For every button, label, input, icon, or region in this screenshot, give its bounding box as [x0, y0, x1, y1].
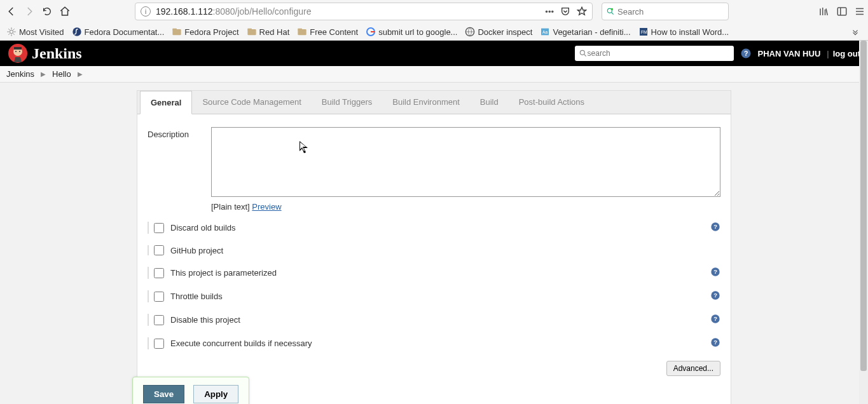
url-text: 192.168.1.112:8080/job/Hello/configure — [156, 6, 545, 17]
checkbox-execute-concurrent-builds-if-necessary[interactable] — [154, 339, 164, 349]
check-label: Throttle builds — [170, 292, 710, 301]
help-icon[interactable]: ? — [710, 290, 720, 302]
bookmark-docker[interactable]: Docker inspect — [462, 25, 535, 38]
user-link[interactable]: PHAN VAN HUU — [758, 49, 821, 58]
help-icon[interactable]: ? — [710, 314, 720, 326]
breadcrumbs: Jenkins ▶ Hello ▶ — [0, 66, 868, 83]
svg-point-20 — [15, 51, 17, 52]
checkbox-this-project-is-parameterized[interactable] — [154, 268, 164, 278]
tab-general[interactable]: General — [140, 91, 192, 114]
breadcrumb-hello[interactable]: Hello — [52, 69, 71, 79]
svg-point-21 — [19, 51, 20, 52]
scrollbar[interactable] — [859, 41, 868, 404]
jenkins-logo[interactable]: Jenkins — [8, 43, 82, 64]
jenkins-header: Jenkins ? PHAN VAN HUU | log out — [0, 41, 868, 66]
bookmark-google[interactable]: submit url to google... — [363, 25, 460, 38]
svg-point-3 — [10, 30, 13, 33]
search-icon — [579, 49, 588, 58]
config-panel: General Source Code Management Build Tri… — [137, 90, 731, 404]
advanced-button[interactable]: Advanced... — [666, 361, 720, 376]
svg-rect-2 — [837, 8, 846, 15]
check-label: Discard old builds — [170, 223, 710, 232]
svg-text:?: ? — [713, 269, 717, 275]
svg-text:Aa: Aa — [542, 30, 548, 34]
checkbox-disable-this-project[interactable] — [154, 315, 164, 325]
breadcrumb-jenkins[interactable]: Jenkins — [6, 69, 34, 79]
jenkins-search[interactable] — [575, 46, 734, 61]
bookmark-star-icon[interactable] — [577, 6, 587, 17]
svg-text:?: ? — [713, 339, 717, 346]
bookmark-most-visited[interactable]: Most Visited — [4, 25, 67, 38]
svg-text:?: ? — [713, 292, 717, 299]
bookmark-free-content[interactable]: Free Content — [294, 25, 361, 38]
svg-rect-8 — [247, 29, 252, 30]
svg-point-4 — [72, 27, 81, 36]
description-label: Description — [148, 127, 211, 197]
svg-rect-9 — [298, 29, 307, 35]
checkbox-throttle-builds[interactable] — [154, 292, 164, 302]
bookmark-fedora-proj[interactable]: Fedora Project — [169, 25, 241, 38]
library-icon[interactable] — [818, 6, 830, 17]
check-row-2: This project is parameterized? — [148, 267, 720, 279]
bookmark-wordpress[interactable]: FMHow to install Word... — [636, 25, 732, 38]
checkbox-github-project[interactable] — [154, 245, 164, 255]
chevron-right-icon: ▶ — [41, 71, 46, 77]
svg-rect-6 — [173, 29, 177, 30]
check-row-1: GitHub project — [148, 245, 720, 255]
bookmark-vegetarian[interactable]: AaVegetarian - definiti... — [537, 25, 633, 38]
help-icon[interactable]: ? — [710, 267, 720, 279]
tab-build[interactable]: Build — [470, 91, 509, 114]
bookmark-redhat[interactable]: Red Hat — [244, 25, 293, 38]
svg-rect-10 — [298, 29, 303, 30]
description-textarea[interactable] — [211, 127, 720, 197]
check-label: Disable this project — [170, 315, 710, 325]
preview-link[interactable]: Preview — [252, 202, 281, 212]
bookmark-fedora-doc[interactable]: Fedora Documentat... — [69, 25, 167, 38]
plain-text-label: [Plain text] — [211, 202, 250, 212]
help-icon[interactable]: ? — [710, 222, 720, 234]
chevron-right-icon: ▶ — [78, 71, 83, 77]
tab-scm[interactable]: Source Code Management — [192, 91, 311, 114]
apply-button[interactable]: Apply — [193, 385, 238, 403]
sidebar-icon[interactable] — [836, 6, 848, 17]
browser-chrome: i 192.168.1.112:8080/job/Hello/configure… — [0, 0, 868, 41]
svg-text:?: ? — [744, 50, 748, 57]
svg-rect-7 — [247, 29, 256, 35]
svg-rect-19 — [14, 47, 22, 50]
home-button[interactable] — [56, 3, 74, 20]
more-icon[interactable]: ••• — [545, 7, 554, 17]
save-button[interactable]: Save — [143, 385, 184, 403]
help-icon[interactable]: ? — [710, 337, 720, 349]
check-row-5: Execute concurrent builds if necessary? — [148, 337, 720, 349]
tab-post-build[interactable]: Post-build Actions — [509, 91, 595, 114]
jenkins-logo-text: Jenkins — [32, 45, 82, 62]
reload-button[interactable] — [38, 3, 56, 20]
config-tabs: General Source Code Management Build Tri… — [137, 91, 731, 114]
tab-environment[interactable]: Build Environment — [382, 91, 470, 114]
address-bar[interactable]: i 192.168.1.112:8080/job/Hello/configure… — [135, 3, 593, 20]
check-row-3: Throttle builds? — [148, 290, 720, 302]
pocket-icon[interactable] — [560, 6, 570, 17]
search-engine-icon — [606, 7, 615, 16]
checkbox-discard-old-builds[interactable] — [154, 223, 164, 233]
logout-link[interactable]: log out — [833, 49, 860, 58]
tab-triggers[interactable]: Build Triggers — [312, 91, 382, 114]
back-button[interactable] — [3, 3, 20, 20]
svg-rect-5 — [173, 29, 181, 35]
help-icon[interactable]: ? — [740, 48, 752, 59]
forward-button[interactable] — [20, 3, 38, 20]
scrollbar-thumb[interactable] — [860, 41, 867, 371]
svg-text:?: ? — [713, 316, 717, 322]
check-row-0: Discard old builds? — [148, 222, 720, 234]
site-info-icon[interactable]: i — [141, 6, 151, 17]
check-row-4: Disable this project? — [148, 314, 720, 326]
check-label: This project is parameterized — [170, 268, 710, 278]
svg-text:FM: FM — [641, 30, 647, 34]
check-label: Execute concurrent builds if necessary — [170, 339, 710, 348]
browser-search-input[interactable] — [617, 7, 724, 17]
jenkins-search-input[interactable] — [588, 49, 730, 58]
bookmarks-overflow-icon[interactable] — [846, 23, 864, 41]
svg-point-1 — [611, 8, 614, 11]
menu-icon[interactable] — [854, 6, 865, 17]
browser-search[interactable] — [602, 3, 729, 20]
